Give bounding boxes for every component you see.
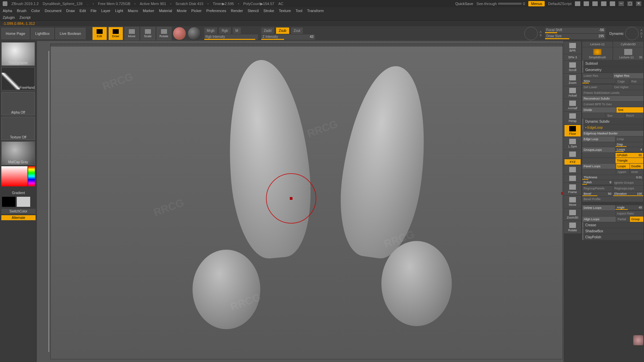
delete-loops-button[interactable]: Delete Loops xyxy=(582,205,615,210)
default-zscript[interactable]: DefaultZScript xyxy=(548,2,572,6)
focal-gyro-icon[interactable] xyxy=(524,27,538,40)
shadowbox-header[interactable]: ShadowBox xyxy=(582,228,643,234)
claypolish-header[interactable]: ClayPolish xyxy=(582,234,643,240)
aspect-ratio-button[interactable]: Aspect Ratio xyxy=(615,211,643,216)
menu-render[interactable]: Render xyxy=(231,9,243,13)
alternate-button[interactable]: Alternate xyxy=(1,215,36,220)
ignore-groups-button[interactable]: Ignore Groups xyxy=(613,180,644,185)
edit-mode-button[interactable]: Edit xyxy=(92,27,107,40)
lock-icon[interactable] xyxy=(610,1,615,6)
sdiv-slider[interactable]: SDiv xyxy=(582,79,616,83)
gradient-label[interactable]: Gradient xyxy=(1,191,36,195)
lightbox-button[interactable]: LightBox xyxy=(31,28,54,39)
disp-slider[interactable]: Disp xyxy=(615,142,643,147)
menu-zplugin[interactable]: Zplugin xyxy=(3,15,15,19)
menu-zscript[interactable]: Zscript xyxy=(19,15,31,19)
scroll-button[interactable]: Scroll xyxy=(564,61,581,73)
menu-draw[interactable]: Draw xyxy=(66,9,75,13)
reuv-button[interactable]: ReUV xyxy=(625,113,643,118)
reconstruct-subdiv-button[interactable]: Reconstruct Subdiv xyxy=(582,96,643,101)
spix-button[interactable]: SPix 3 xyxy=(564,54,581,60)
smt-button[interactable]: Smt xyxy=(616,107,643,113)
polish-slider[interactable]: Polish5 xyxy=(582,180,613,185)
tool-slot-2[interactable]: Cylinder3D xyxy=(613,42,643,47)
align-loops-button[interactable]: Align Loops xyxy=(582,217,616,222)
menu-marker[interactable]: Marker xyxy=(143,9,154,13)
color-main-swatch[interactable] xyxy=(2,197,15,207)
menu-color[interactable]: Color xyxy=(31,9,40,13)
live-boolean-button[interactable]: Live Boolean xyxy=(55,28,86,39)
z-intensity-slider[interactable]: Z Intensity43 xyxy=(261,35,315,40)
freeze-subdiv-button[interactable]: Freeze SubDivision Levels xyxy=(582,90,643,96)
zsub-button[interactable]: Zsub xyxy=(276,27,289,34)
focal-shift-slider[interactable]: Focal Shift-56 xyxy=(545,28,605,33)
edgeloop-masked-button[interactable]: Edgeloop Masked Border xyxy=(582,131,643,136)
rotate-z-button[interactable] xyxy=(564,174,581,182)
groupsloops-button[interactable]: GroupsLoops xyxy=(582,147,615,153)
menu-tool[interactable]: Tool xyxy=(296,9,302,13)
crisp-button[interactable]: Crisp xyxy=(615,136,643,142)
float-window2-icon[interactable] xyxy=(601,1,606,6)
higher-res-button[interactable]: Higher Res xyxy=(613,73,644,78)
cage-button[interactable]: Cage xyxy=(616,79,630,84)
dynamic-subdiv-header[interactable]: Dynamic Subdiv xyxy=(582,119,643,124)
triangle-button[interactable]: Triangle xyxy=(615,158,643,163)
zcut-button[interactable]: Zcut xyxy=(291,27,303,34)
float-window-icon[interactable] xyxy=(592,1,598,6)
menu-layer[interactable]: Layer xyxy=(101,9,111,13)
material-sphere-icon[interactable] xyxy=(173,27,186,40)
rotate-nav-button[interactable]: Rotate xyxy=(564,221,581,233)
gpolish-slider[interactable]: GPolish50 xyxy=(615,153,643,158)
loops2-button[interactable]: Loops xyxy=(616,164,630,169)
aahalf-button[interactable]: AAHalf xyxy=(564,99,581,111)
edgeloop-header[interactable]: • EdgeLoop xyxy=(582,125,643,130)
menu-picker[interactable]: Picker xyxy=(191,9,202,13)
zoom3d-button[interactable]: Zoom3D xyxy=(564,208,581,221)
zadd-button[interactable]: Zadd xyxy=(261,27,274,34)
angle-slider[interactable]: Angle45 xyxy=(615,205,643,210)
menu-transform[interactable]: Transform xyxy=(307,9,324,13)
menu-file[interactable]: File xyxy=(91,9,97,13)
rotate-y-button[interactable] xyxy=(564,166,581,174)
floor-button[interactable]: Floor xyxy=(564,125,581,137)
tool-slot-3[interactable]: SimpleBrush xyxy=(582,47,612,60)
zoom-button[interactable]: Zoom xyxy=(564,74,581,86)
menu-stroke[interactable]: Stroke xyxy=(263,9,274,13)
alpha-selector[interactable]: Alpha Off xyxy=(1,92,35,115)
tool-slot-4[interactable]: Lecture-1135 xyxy=(613,47,643,60)
subtool-header[interactable]: Subtool xyxy=(582,60,643,66)
seethrough-slider[interactable] xyxy=(498,3,522,5)
xyz-button[interactable]: XYZ xyxy=(564,159,581,165)
crease-header[interactable]: Crease xyxy=(582,222,643,228)
material-sphere2-icon[interactable] xyxy=(187,27,201,40)
menu-brush[interactable]: Brush xyxy=(17,9,26,13)
quicksave-button[interactable]: QuickSave xyxy=(455,2,473,6)
texture-selector[interactable]: Texture Off xyxy=(1,117,35,140)
move-mode-button[interactable]: Move xyxy=(124,27,139,40)
lock-nav-button[interactable] xyxy=(564,150,581,158)
minimize-button[interactable]: – xyxy=(619,1,624,6)
loops-slider[interactable]: Loops4 xyxy=(615,147,643,152)
scale-ruler-icon[interactable] xyxy=(575,1,580,6)
regroup-panels-button[interactable]: RegroupPanels xyxy=(582,186,613,191)
mrgb-button[interactable]: Mrgb xyxy=(204,27,217,34)
menu-macro[interactable]: Macro xyxy=(128,9,138,13)
maximize-button[interactable]: ▢ xyxy=(627,1,633,6)
bpr-button[interactable]: BPR xyxy=(564,42,581,54)
rgb-intensity-slider[interactable]: Rgb Intensity xyxy=(204,35,258,40)
frame-button[interactable]: Frame xyxy=(564,183,581,195)
draw-mode-button[interactable]: Draw xyxy=(108,27,123,40)
partial-button[interactable]: Partial xyxy=(616,217,630,222)
lower-res-button[interactable]: Lower Res xyxy=(582,73,613,78)
geometry-header[interactable]: Geometry xyxy=(582,67,643,73)
group-button[interactable]: Group xyxy=(630,217,643,222)
double-button[interactable]: Double xyxy=(630,164,643,169)
menu-document[interactable]: Document xyxy=(45,9,61,13)
edge-loop-button[interactable]: Edge Loop xyxy=(582,136,615,142)
thickness-slider[interactable]: Thickness0.01 xyxy=(582,175,643,180)
scale-ruler2-icon[interactable] xyxy=(584,1,589,6)
scale-mode-button[interactable]: Scale xyxy=(141,27,155,40)
del-higher-button[interactable]: Del Higher xyxy=(613,84,644,90)
color-square[interactable] xyxy=(1,166,28,186)
actual-button[interactable]: Actual xyxy=(564,86,581,99)
